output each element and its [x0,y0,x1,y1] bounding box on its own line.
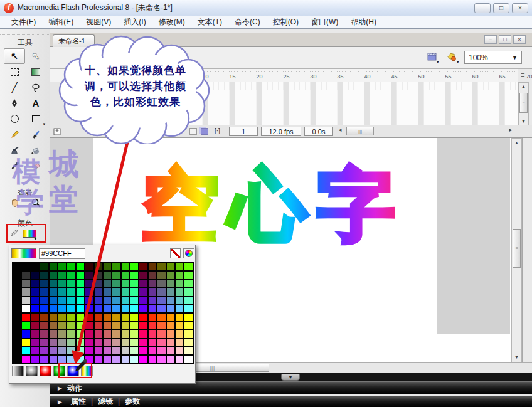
palette-cell[interactable] [31,280,40,288]
palette-cell[interactable] [66,322,75,330]
palette-cell[interactable] [148,347,157,355]
palette-cell[interactable] [166,271,175,279]
palette-cell[interactable] [58,330,66,338]
restore-button[interactable]: □ [493,3,509,13]
palette-cell[interactable] [85,280,93,288]
palette-cell[interactable] [184,288,193,296]
palette-cell[interactable] [166,355,175,363]
palette-cell[interactable] [21,263,30,271]
palette-cell[interactable] [103,280,112,288]
palette-cell[interactable] [166,305,175,313]
palette-cell[interactable] [13,305,21,313]
scroll-down-icon[interactable]: ▼ [519,119,528,124]
palette-cell[interactable] [49,347,58,355]
palette-cell[interactable] [103,288,112,296]
palette-cell[interactable] [76,263,85,271]
palette-cell[interactable] [148,263,157,271]
doc-restore-button[interactable]: □ [499,35,511,44]
palette-cell[interactable] [66,347,75,355]
palette-cell[interactable] [66,271,75,279]
palette-cell[interactable] [21,330,30,338]
minimize-button[interactable]: − [474,3,491,13]
palette-cell[interactable] [21,280,30,288]
palette-cell[interactable] [31,263,40,271]
palette-cell[interactable] [66,280,75,288]
palette-cell[interactable] [76,339,85,347]
palette-cell[interactable] [49,305,58,313]
palette-cell[interactable] [103,297,112,305]
palette-cell[interactable] [13,288,21,296]
palette-cell[interactable] [175,280,184,288]
palette-cell[interactable] [40,313,48,321]
palette-cell[interactable] [13,297,21,305]
palette-cell[interactable] [175,330,184,338]
palette-cell[interactable] [76,330,85,338]
palette-cell[interactable] [13,339,21,347]
palette-cell[interactable] [85,313,93,321]
palette-cell[interactable] [40,347,48,355]
palette-cell[interactable] [31,322,40,330]
palette-cell[interactable] [112,305,120,313]
palette-cell[interactable] [94,271,103,279]
palette-cell[interactable] [21,288,30,296]
stage-vertical-scrollbar[interactable]: ▲ ≡ ▼ [511,138,522,362]
palette-cell[interactable] [40,339,48,347]
palette-cell[interactable] [76,288,85,296]
palette-cell[interactable] [66,288,75,296]
palette-cell[interactable] [94,339,103,347]
eyedropper-tool[interactable] [4,158,25,174]
palette-cell[interactable] [130,313,139,321]
menu-item[interactable]: 文件(F) [5,16,42,29]
palette-cell[interactable] [58,288,66,296]
palette-cell[interactable] [157,297,166,305]
palette-cell[interactable] [85,288,93,296]
palette-cell[interactable] [103,347,112,355]
palette-cell[interactable] [184,305,193,313]
menu-item[interactable]: 帮助(H) [344,16,383,29]
palette-cell[interactable] [175,305,184,313]
palette-cell[interactable] [76,347,85,355]
palette-cell[interactable] [66,330,75,338]
palette-cell[interactable] [94,347,103,355]
palette-cell[interactable] [49,288,58,296]
palette-cell[interactable] [49,271,58,279]
palette-cell[interactable] [40,322,48,330]
stage-horizontal-scrollbar[interactable]: ||| ► [152,362,532,373]
linear-white-black-swatch[interactable] [12,366,24,376]
palette-cell[interactable] [103,313,112,321]
palette-cell[interactable] [121,330,130,338]
palette-cell[interactable] [130,305,139,313]
close-button[interactable]: × [512,3,528,13]
palette-cell[interactable] [175,313,184,321]
palette-cell[interactable] [121,288,130,296]
collapse-panel-button[interactable]: ▼ [281,374,300,381]
palette-cell[interactable] [58,322,66,330]
palette-cell[interactable] [58,271,66,279]
palette-cell[interactable] [112,339,120,347]
palette-cell[interactable] [31,271,40,279]
palette-cell[interactable] [13,271,21,279]
properties-panel-header[interactable]: ▶ 属性|滤镜|参数 [50,396,532,407]
subselection-tool[interactable]: ↖ [25,48,46,64]
timeline-menu-icon[interactable]: ≡ [521,71,524,78]
brush-tool[interactable] [25,127,46,142]
palette-cell[interactable] [66,297,75,305]
palette-cell[interactable] [130,263,139,271]
panel-tab-2[interactable]: 滤镜 [94,397,117,406]
palette-cell[interactable] [166,288,175,296]
palette-cell[interactable] [21,313,30,321]
palette-cell[interactable] [157,355,166,363]
palette-cell[interactable] [121,271,130,279]
palette-cell[interactable] [121,339,130,347]
palette-cell[interactable] [31,347,40,355]
palette-cell[interactable] [112,288,120,296]
palette-cell[interactable] [139,322,147,330]
palette-cell[interactable] [66,305,75,313]
doc-close-button[interactable]: × [513,35,526,44]
palette-cell[interactable] [94,322,103,330]
hand-tool[interactable] [4,194,25,211]
hollow-text[interactable]: 空心字 [141,162,405,248]
eraser-tool[interactable] [25,158,46,174]
palette-cell[interactable] [139,355,147,363]
palette-cell[interactable] [40,297,48,305]
